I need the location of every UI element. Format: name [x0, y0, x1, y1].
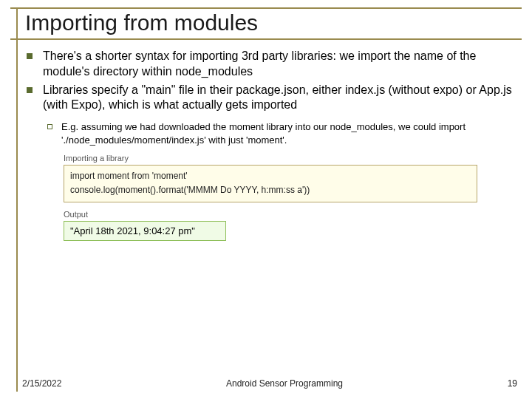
output-text: "April 18th 2021, 9:04:27 pm"	[70, 225, 195, 236]
code-section-label: Importing a library	[64, 154, 517, 163]
code-box: import moment from 'moment' console.log(…	[64, 165, 477, 202]
output-section-label: Output	[64, 210, 517, 219]
square-bullet-icon	[27, 53, 33, 59]
footer-date: 2/15/2022	[22, 378, 61, 389]
content-area: There's a shorter syntax for importing 3…	[27, 49, 517, 241]
top-rule	[10, 7, 522, 9]
code-line: console.log(moment().format('MMMM Do YYY…	[70, 183, 471, 197]
slide-title: Importing from modules	[25, 10, 258, 35]
hollow-square-bullet-icon	[47, 124, 52, 129]
bullet-item: There's a shorter syntax for importing 3…	[27, 49, 517, 80]
title-underline	[10, 38, 522, 40]
sub-block: E.g. assuming we had downloaded the mome…	[47, 120, 517, 240]
bullet-text: Libraries specify a "main" file in their…	[43, 83, 517, 114]
sub-bullet-item: E.g. assuming we had downloaded the mome…	[47, 120, 517, 146]
bullet-item: Libraries specify a "main" file in their…	[27, 83, 517, 114]
left-vertical-rule	[16, 7, 18, 392]
output-box: "April 18th 2021, 9:04:27 pm"	[64, 221, 226, 241]
code-line: import moment from 'moment'	[70, 169, 471, 183]
footer-title: Android Sensor Programming	[61, 378, 507, 389]
sub-bullet-text: E.g. assuming we had downloaded the mome…	[61, 120, 517, 146]
bullet-text: There's a shorter syntax for importing 3…	[43, 49, 517, 80]
square-bullet-icon	[27, 87, 33, 93]
footer: 2/15/2022 Android Sensor Programming 19	[22, 378, 517, 389]
footer-page-number: 19	[508, 378, 517, 389]
